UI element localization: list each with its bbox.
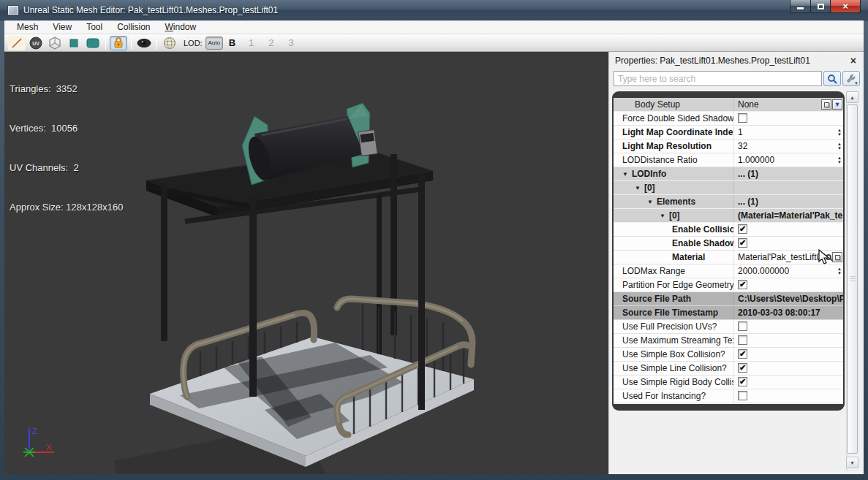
dropdown-icon[interactable]: ▼ (832, 99, 842, 110)
checkbox-used-for-instancing[interactable] (738, 391, 747, 400)
menu-item-window[interactable]: Window (159, 21, 203, 33)
property-value: C:\Users\Steve\Desktop\P (733, 292, 843, 305)
property-row-use-maximum-streaming-texel-r[interactable]: Use Maximum Streaming Texel R (614, 334, 843, 348)
property-label: Force Double Sided Shadow Volu (614, 112, 733, 125)
property-row-lodinfo[interactable]: ▼LODInfo... (1) (614, 167, 843, 181)
wire-sphere-icon (162, 36, 177, 50)
property-row-force-double-sided-shadow-volu[interactable]: Force Double Sided Shadow Volu (614, 112, 843, 126)
lod-2-button[interactable]: 2 (268, 37, 273, 48)
checkbox-enable-collision[interactable]: ✔ (738, 224, 747, 234)
lock-camera-button[interactable] (110, 36, 127, 50)
property-label: Enable Shadow Ca (614, 237, 733, 250)
spinner-icon[interactable]: ▲▼ (837, 267, 842, 275)
scrollbar-thumb[interactable] (847, 104, 858, 454)
wireframe-button[interactable] (46, 36, 64, 50)
spinner-icon[interactable]: ▲▼ (837, 128, 842, 137)
eye-icon (136, 38, 152, 48)
camera-button[interactable] (135, 36, 153, 50)
clear-icon[interactable] (832, 252, 842, 262)
property-row-used-for-instancing[interactable]: Used For Instancing? (614, 389, 843, 403)
menu-item-collision[interactable]: Collision (110, 21, 156, 33)
value-text: Material'Pak_testLift01 (738, 252, 826, 262)
uv-overlay-button[interactable]: UV (27, 36, 45, 50)
checkbox-force-double-sided-shadow-volu[interactable] (738, 113, 747, 123)
checkbox-use-full-precision-uvs[interactable] (738, 321, 747, 331)
svg-text:UV: UV (32, 41, 39, 46)
3d-viewport[interactable]: Z X Triangles: 3352 Vertices: 10056 UV C… (4, 52, 608, 474)
property-row-source-file-path[interactable]: Source File PathC:\Users\Steve\Desktop\P (614, 292, 843, 306)
checkbox-enable-shadow-ca[interactable]: ✔ (738, 238, 747, 248)
edge-line-button[interactable] (8, 36, 26, 50)
property-row-enable-shadow-ca[interactable]: Enable Shadow Ca✔ (614, 237, 843, 251)
main-content: Z X Triangles: 3352 Vertices: 10056 UV C… (4, 52, 864, 474)
property-row-use-full-precision-uvs[interactable]: Use Full Precision UVs? (614, 320, 843, 334)
minimize-icon (797, 7, 804, 9)
spinner-icon[interactable]: ▲▼ (837, 156, 842, 164)
title-bar[interactable]: Unreal Static Mesh Editor: Pak_testLift0… (0, 0, 868, 20)
lock-icon (113, 37, 124, 49)
spinner-icon[interactable]: ▲▼ (837, 142, 842, 151)
property-value (733, 112, 843, 125)
collapse-arrow-icon[interactable]: ▼ (660, 213, 665, 219)
property-label: Partition For Edge Geometry? (614, 278, 733, 292)
property-row-light-map-resolution[interactable]: Light Map Resolution32▲▼ (614, 140, 843, 153)
lod-base-button[interactable]: B (229, 37, 235, 48)
property-row-source-file-timestamp[interactable]: Source File Timestamp2010-03-03 08:00:17 (614, 306, 843, 320)
close-button[interactable]: × (830, 0, 861, 13)
menu-item-view[interactable]: View (46, 21, 78, 33)
property-row-0[interactable]: ▼[0] (614, 181, 843, 195)
property-row-use-simple-box-collision[interactable]: Use Simple Box Collision?✔ (614, 348, 843, 362)
checkbox-use-simple-box-collision[interactable]: ✔ (738, 349, 747, 359)
property-value: None▼ (733, 98, 843, 111)
property-row-partition-for-edge-geometry[interactable]: Partition For Edge Geometry?✔ (614, 278, 843, 292)
checkbox-use-maximum-streaming-texel-r[interactable] (738, 335, 747, 345)
lod-auto-button[interactable]: Auto (205, 37, 223, 50)
panel-close-icon[interactable]: × (849, 56, 858, 66)
collapse-arrow-icon[interactable]: ▼ (647, 199, 653, 205)
search-button[interactable] (823, 71, 841, 86)
property-row-body-setup[interactable]: Body SetupNone▼ (614, 98, 843, 112)
search-input[interactable] (614, 71, 822, 86)
property-row-enable-collision[interactable]: Enable Collision?✔ (614, 223, 843, 237)
thumb-grip-icon (850, 276, 856, 281)
collapse-arrow-icon[interactable]: ▼ (635, 185, 641, 191)
property-row-light-map-coordinate-index[interactable]: Light Map Coordinate Index1▲▼ (614, 126, 843, 140)
value-text: None (738, 99, 759, 110)
checkbox-partition-for-edge-geometry[interactable]: ✔ (738, 280, 747, 289)
clear-icon[interactable] (821, 99, 831, 110)
menu-item-mesh[interactable]: Mesh (10, 21, 45, 33)
property-row-loddistance-ratio[interactable]: LODDistance Ratio1.000000▲▼ (614, 153, 843, 167)
checkbox-use-simple-line-collision[interactable]: ✔ (738, 363, 747, 373)
window-controls: × (790, 0, 861, 13)
scrollbar[interactable]: ▲ ▼ (846, 91, 858, 471)
property-label: Material (614, 251, 733, 264)
minimize-button[interactable] (790, 0, 811, 13)
checkbox-use-simple-rigid-body-collision[interactable]: ✔ (738, 377, 747, 386)
maximize-button[interactable] (810, 0, 831, 13)
show-sockets-button[interactable] (161, 36, 178, 50)
property-row-use-simple-line-collision[interactable]: Use Simple Line Collision?✔ (614, 362, 843, 376)
chevron-down-icon: ▼ (854, 81, 858, 85)
property-label: ▼[0] (614, 209, 733, 222)
toolbar: UV (4, 34, 864, 52)
scroll-down-icon[interactable]: ▼ (846, 457, 858, 468)
collapse-arrow-icon[interactable]: ▼ (622, 171, 628, 178)
property-label: Use Full Precision UVs? (614, 320, 733, 333)
app-icon (7, 5, 19, 15)
scroll-up-icon[interactable]: ▲ (846, 91, 858, 103)
maximize-icon (818, 4, 824, 9)
property-row-material[interactable]: MaterialMaterial'Pak_testLift01← (614, 251, 843, 264)
bounds-button[interactable] (65, 36, 83, 50)
property-row-lodmax-range[interactable]: LODMax Range2000.000000▲▼ (614, 264, 843, 278)
lod-3-button[interactable]: 3 (289, 37, 294, 48)
property-label: Source File Path (614, 292, 733, 305)
menu-item-tool[interactable]: Tool (80, 21, 109, 33)
property-row-0[interactable]: ▼[0](Material=Material'Pak_te (614, 209, 843, 223)
lod-1-button[interactable]: 1 (249, 37, 254, 48)
stat-approx-size: Approx Size: 128x128x160 (10, 201, 123, 214)
property-row-elements[interactable]: ▼Elements... (1) (614, 195, 843, 209)
collision-view-button[interactable] (84, 36, 102, 50)
options-button[interactable]: ▼ (842, 71, 860, 86)
property-row-use-simple-rigid-body-collision[interactable]: Use Simple Rigid Body Collision?✔ (614, 376, 843, 389)
solid-square-icon (67, 37, 80, 50)
